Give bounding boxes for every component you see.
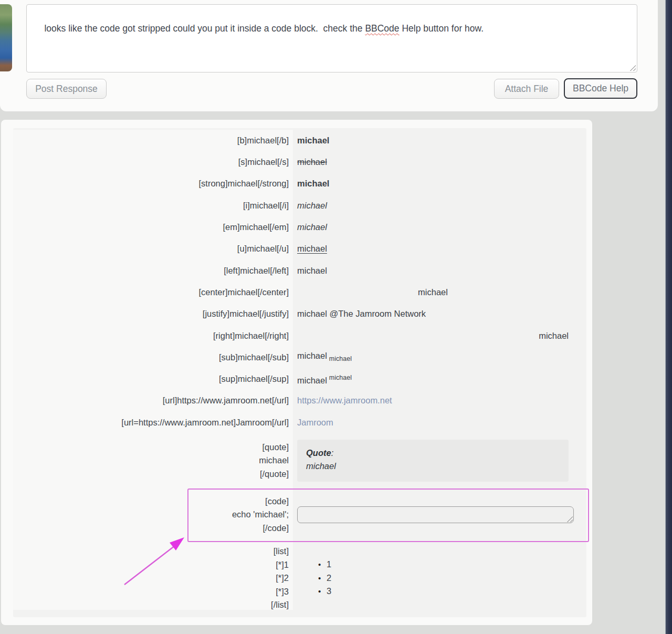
bbcode-row-left: [left]michael[/left] michael <box>13 260 586 282</box>
bbcode-row-justify: [justify]michael[/justify] michael @The … <box>13 303 586 325</box>
bbcode-source: [left]michael[/left] <box>13 260 293 282</box>
bbcode-source: [em]michael[/em] <box>13 216 293 238</box>
bbcode-source: [center]michael[/center] <box>13 282 293 303</box>
bbcode-row-quote: [quote] michael [/quote] Quote: michael <box>13 433 586 488</box>
bbcode-source: [url]https://www.jamroom.net[/url] <box>13 390 293 412</box>
attach-file-button[interactable]: Attach File <box>494 79 559 99</box>
bbcode-source: [sub]michael[/sub] <box>13 347 293 368</box>
bbcode-result-subscript: michael <box>329 355 352 362</box>
bbcode-source: [right]michael[/right] <box>13 325 293 347</box>
list-item: •1 <box>318 558 569 571</box>
bbcode-result: michael <box>297 242 569 256</box>
bbcode-source: [url=https://www.jamroom.net]Jamroom[/ur… <box>13 412 293 433</box>
post-response-button[interactable]: Post Response <box>26 79 107 99</box>
bbcode-source: [justify]michael[/justify] <box>13 303 293 325</box>
avatar <box>0 4 12 71</box>
bbcode-source: [i]michael[/i] <box>13 195 293 216</box>
bbcode-row-list: [list] [*]1 [*]2 [*]3 [/list] •1 •2 •3 <box>13 542 586 610</box>
bbcode-row-bold: [b]michael[/b] michael <box>13 130 586 151</box>
bbcode-result: michael <box>297 177 569 191</box>
composer-card: looks like the code got stripped could y… <box>0 0 658 111</box>
bbcode-row-strike: [s]michael[/s] michael <box>13 151 586 173</box>
bbcode-result: michael <box>297 351 327 360</box>
bbcode-reference-card: [b]michael[/b] michael [s]michael[/s] mi… <box>1 120 592 625</box>
bbcode-source: [u]michael[/u] <box>13 238 293 259</box>
bbcode-source: [code] echo 'michael'; [/code] <box>13 488 293 542</box>
bbcode-result: michael <box>297 329 569 343</box>
bbcode-source: [list] [*]1 [*]2 [*]3 [/list] <box>13 542 293 610</box>
bbcode-source: [s]michael[/s] <box>13 151 293 173</box>
bbcode-result: michael <box>297 221 569 234</box>
bbcode-result: michael @The Jamroom Network <box>297 307 569 321</box>
reply-text-before: looks like the code got stripped could y… <box>44 23 365 34</box>
reply-textarea[interactable]: looks like the code got stripped could y… <box>26 4 637 72</box>
bbcode-row-center: [center]michael[/center] michael <box>13 282 586 303</box>
bbcode-source: [strong]michael[/strong] <box>13 173 293 195</box>
list-item: •2 <box>318 571 569 585</box>
jamroom-named-link[interactable]: Jamroom <box>297 418 333 427</box>
bbcode-result: michael <box>297 155 569 169</box>
reply-text-after: Help button for how. <box>400 23 484 34</box>
bbcode-source: [sup]michael[/sup] <box>13 368 293 390</box>
code-result-textarea[interactable]: echo 'michael'; <box>297 506 574 523</box>
jamroom-url-link[interactable]: https://www.jamroom.net <box>297 396 392 405</box>
bullet-icon: • <box>318 558 327 571</box>
bbcode-source: [quote] michael [/quote] <box>13 433 293 488</box>
bbcode-table: [b]michael[/b] michael [s]michael[/s] mi… <box>13 128 586 617</box>
bbcode-result: michael <box>297 286 569 299</box>
bbcode-row-underline: [u]michael[/u] michael <box>13 238 586 259</box>
window-edge-strip <box>665 0 672 634</box>
quote-label: Quote <box>306 448 331 458</box>
bbcode-result-superscript: michael <box>329 374 352 381</box>
quote-result-box: Quote: michael <box>297 440 569 482</box>
bbcode-result: michael <box>297 134 569 148</box>
resize-handle-icon[interactable] <box>629 64 636 71</box>
bbcode-row-right: [right]michael[/right] michael <box>13 325 586 347</box>
bbcode-row-italic: [i]michael[/i] michael <box>13 195 586 216</box>
list-item: •3 <box>318 585 569 598</box>
bbcode-source: [b]michael[/b] <box>13 130 293 151</box>
bbcode-row-url: [url]https://www.jamroom.net[/url] https… <box>13 390 586 412</box>
bullet-icon: • <box>318 585 327 598</box>
bbcode-result: michael <box>297 199 569 213</box>
bbcode-row-url-named: [url=https://www.jamroom.net]Jamroom[/ur… <box>13 412 586 433</box>
resize-handle-icon[interactable] <box>566 515 573 522</box>
bbcode-row-sub: [sub]michael[/sub] michaelmichael <box>13 347 586 368</box>
bbcode-result: michael <box>297 264 569 278</box>
bbcode-result: michael <box>297 375 327 384</box>
bbcode-help-button[interactable]: BBCode Help <box>564 78 637 99</box>
misspelled-word: BBCode <box>365 23 399 34</box>
bbcode-row-strong: [strong]michael[/strong] michael <box>13 173 586 195</box>
bbcode-row-code: [code] echo 'michael'; [/code] echo 'mic… <box>13 488 586 542</box>
bbcode-row-sup: [sup]michael[/sup] michaelmichael <box>13 368 586 390</box>
bbcode-row-em: [em]michael[/em] michael <box>13 216 586 238</box>
quote-body: michael <box>306 459 560 473</box>
bullet-icon: • <box>318 571 327 585</box>
